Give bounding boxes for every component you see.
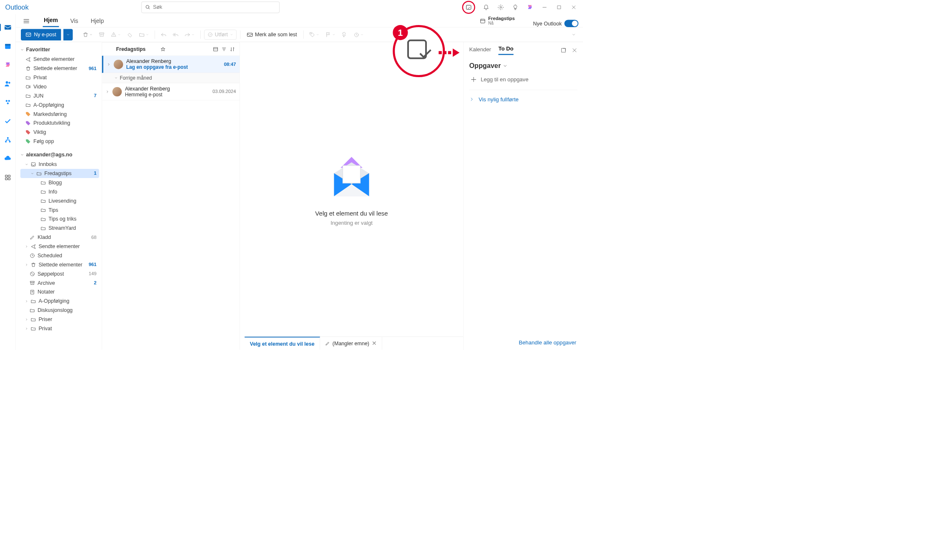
rail-onedrive[interactable] — [3, 153, 13, 164]
done-button[interactable]: Utført — [204, 30, 237, 40]
rail-calendar[interactable] — [3, 41, 13, 51]
forward-button[interactable] — [182, 30, 197, 39]
rail-people[interactable] — [3, 78, 13, 89]
svg-rect-5 — [557, 5, 561, 9]
folder-row[interactable]: Søppelpost149 — [20, 269, 99, 279]
folder-row[interactable]: Markedsføring — [20, 110, 99, 119]
close-pane-icon[interactable] — [572, 48, 577, 53]
folder-row[interactable]: Slettede elementer961 — [20, 64, 99, 73]
folder-row[interactable]: Slettede elementer961 — [20, 260, 99, 269]
my-day-highlighted[interactable] — [462, 1, 475, 14]
folder-row[interactable]: JUN7 — [20, 91, 99, 100]
new-mail-split[interactable] — [63, 29, 73, 40]
window-close[interactable] — [570, 3, 577, 11]
todo-tab-todo[interactable]: To Do — [498, 45, 513, 55]
list-title: Fredagstips — [116, 46, 157, 52]
folder-row[interactable]: Innboks — [20, 160, 99, 169]
settings-button[interactable] — [497, 3, 504, 11]
folder-row[interactable]: StreamYard — [20, 223, 99, 233]
layout-icon[interactable] — [213, 47, 219, 52]
folder-row[interactable]: Sendte elementer — [20, 242, 99, 251]
tip-card[interactable]: Fredagstips Nå — [477, 14, 518, 27]
folder-row[interactable]: Blogg — [20, 178, 99, 187]
tab-hjelp[interactable]: Hjelp — [90, 15, 105, 27]
report-button[interactable] — [108, 30, 123, 39]
search-field[interactable] — [153, 4, 276, 10]
folder-row[interactable]: Scheduled — [20, 251, 99, 260]
account-header[interactable]: alexander@ags.no — [20, 150, 99, 160]
tag-button[interactable] — [307, 30, 321, 39]
show-recent-button[interactable]: Vis nylig fullførte — [469, 90, 577, 109]
mark-all-read-button[interactable]: Merk alle som lest — [244, 31, 300, 38]
folder-row[interactable]: Privat — [20, 73, 99, 82]
folder-row[interactable]: Følg opp — [20, 137, 99, 146]
folder-row[interactable]: A-Oppfølging — [20, 296, 99, 306]
svg-point-16 — [7, 137, 8, 139]
popout-icon[interactable] — [561, 48, 567, 53]
archive-button[interactable] — [97, 30, 107, 39]
folder-row[interactable]: Priser — [20, 315, 99, 324]
folder-row[interactable]: Video — [20, 82, 99, 91]
message-row[interactable]: Alexander RenbergHemmelig e-post03.09.20… — [102, 83, 240, 100]
folder-row[interactable]: A-Oppfølging — [20, 100, 99, 110]
close-tab-button[interactable]: ✕ — [372, 340, 376, 347]
tasks-heading[interactable]: Oppgaver — [469, 62, 577, 70]
rail-org[interactable] — [3, 135, 13, 145]
folder-row[interactable]: Tips og triks — [20, 214, 99, 223]
ribbon-collapse[interactable] — [570, 31, 578, 38]
reply-all-button[interactable] — [170, 30, 180, 39]
folder-row[interactable]: Archive2 — [20, 279, 99, 288]
message-row[interactable]: Alexander RenbergLag en oppgave fra e-po… — [102, 56, 240, 73]
svg-rect-35 — [26, 85, 29, 88]
manage-all-tasks-link[interactable]: Behandle alle oppgaver — [519, 339, 576, 346]
folder-row[interactable]: Diskusjonslogg — [20, 306, 99, 315]
sweep-button[interactable] — [125, 30, 135, 39]
folder-row[interactable]: Fredagstips1 — [20, 169, 99, 178]
pin-button[interactable] — [340, 30, 350, 39]
copilot-button[interactable] — [526, 3, 534, 11]
folder-row[interactable]: Notater — [20, 287, 99, 296]
rail-more-apps[interactable] — [3, 172, 13, 183]
todo-tab-calendar[interactable]: Kalender — [469, 46, 491, 55]
add-task-button[interactable]: Legg til en oppgave — [469, 70, 577, 90]
favorites-header[interactable]: Favoritter — [20, 45, 99, 55]
new-mail-button[interactable]: Ny e-post — [21, 29, 61, 40]
sort-icon[interactable] — [230, 47, 235, 52]
filter-icon[interactable] — [222, 47, 227, 52]
snooze-button[interactable] — [351, 30, 366, 39]
folder-row[interactable]: Livesending — [20, 196, 99, 206]
svg-rect-44 — [214, 48, 217, 51]
notifications-button[interactable] — [482, 3, 490, 11]
search-input[interactable] — [141, 1, 280, 13]
delete-button[interactable] — [81, 30, 95, 39]
svg-line-39 — [31, 272, 33, 275]
folder-row[interactable]: Produktutvikling — [20, 118, 99, 128]
group-header[interactable]: Forrige måned — [102, 73, 240, 83]
reader-tab-1[interactable]: Velg et element du vil lese — [245, 337, 320, 350]
new-outlook-toggle[interactable] — [565, 20, 579, 28]
svg-rect-32 — [247, 33, 252, 36]
tab-hjem[interactable]: Hjem — [43, 14, 59, 27]
rail-todo[interactable] — [3, 116, 13, 126]
hamburger-button[interactable] — [23, 18, 30, 25]
rail-copilot[interactable] — [3, 60, 13, 70]
flag-button[interactable] — [323, 30, 338, 39]
todo-pane: Kalender To Do Oppgaver Legg til en oppg… — [463, 42, 583, 350]
move-button[interactable] — [137, 30, 151, 39]
star-icon[interactable] — [160, 47, 166, 52]
folder-row[interactable]: Privat — [20, 324, 99, 333]
folder-row[interactable]: Kladd68 — [20, 233, 99, 242]
rail-mail[interactable] — [3, 22, 13, 33]
tab-vis[interactable]: Vis — [69, 15, 79, 27]
window-maximize[interactable] — [555, 3, 563, 11]
folder-row[interactable]: Info — [20, 187, 99, 196]
window-minimize[interactable] — [541, 3, 548, 11]
tips-button[interactable] — [512, 3, 519, 11]
reader-tab-2[interactable]: (Mangler emne) ✕ — [320, 337, 382, 350]
reply-button[interactable] — [159, 30, 169, 39]
mail-icon — [25, 32, 31, 38]
folder-row[interactable]: Tips — [20, 206, 99, 215]
folder-row[interactable]: Viktig — [20, 128, 99, 137]
rail-groups[interactable] — [3, 97, 13, 108]
folder-row[interactable]: Sendte elementer — [20, 55, 99, 64]
